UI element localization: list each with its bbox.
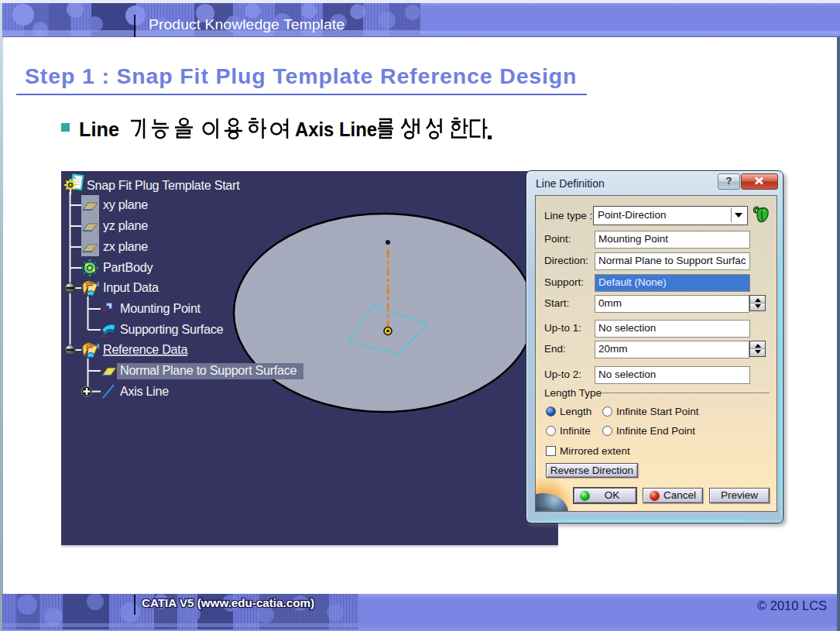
svg-text:PartBody: PartBody — [103, 260, 153, 274]
svg-text:Axis Line: Axis Line — [120, 384, 169, 398]
svg-text:Product Knowledge Template: Product Knowledge Template — [149, 16, 345, 33]
svg-text:xy plane: xy plane — [103, 197, 148, 211]
svg-text:© 2010 LCS: © 2010 LCS — [757, 598, 827, 612]
svg-text:zx plane: zx plane — [103, 239, 148, 253]
svg-text:yz plane: yz plane — [103, 218, 148, 232]
svg-text:Snap Fit Plug Template Start: Snap Fit Plug Template Start — [87, 178, 240, 192]
svg-text:Input Data: Input Data — [103, 280, 159, 294]
svg-text:CATIA V5 (www.edu-catia.com): CATIA V5 (www.edu-catia.com) — [142, 597, 314, 609]
svg-text:Supporting Surface: Supporting Surface — [120, 322, 223, 336]
svg-text:Reference Data: Reference Data — [103, 342, 187, 356]
svg-text:Normal Plane to Support Surfac: Normal Plane to Support Surface — [120, 363, 297, 377]
svg-text:Axis Line: Axis Line — [295, 118, 377, 141]
svg-text:Mounting Point: Mounting Point — [120, 301, 201, 315]
svg-text:Line: Line — [79, 118, 119, 141]
